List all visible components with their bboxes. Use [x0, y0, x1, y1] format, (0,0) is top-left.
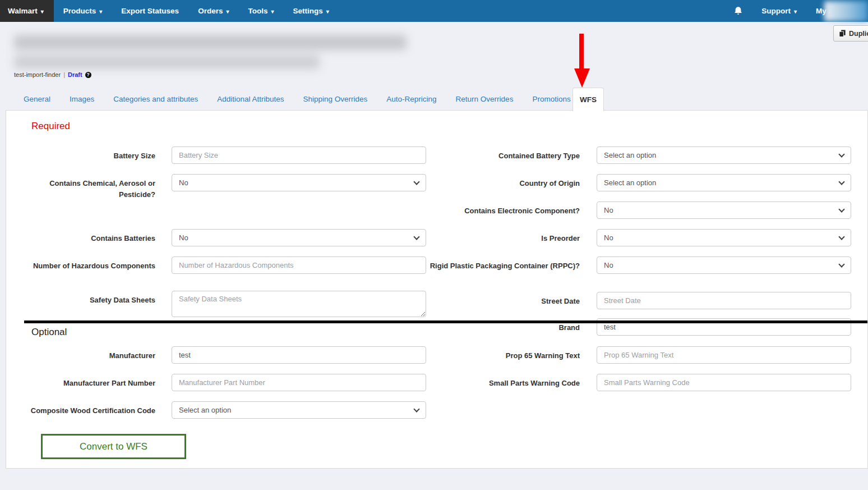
small-parts-label: Small Parts Warning Code — [337, 378, 580, 389]
chevron-down-icon — [838, 151, 844, 157]
nav-item-settings[interactable]: Settings ▾ — [283, 0, 338, 22]
small-parts-input[interactable] — [597, 374, 851, 391]
contains-batteries-label: Contains Batteries — [12, 233, 155, 244]
contains-electronic-label: Contains Electronic Component? — [337, 205, 580, 217]
prop65-input[interactable] — [597, 346, 851, 364]
top-navigation: Walmart ▾ Products ▾ Export Statuses Ord… — [0, 0, 868, 22]
chevron-down-icon — [838, 233, 844, 240]
safety-data-sheets-label: Safety Data Sheets — [12, 295, 155, 306]
wfs-tab-panel: Required Battery Size Contained Battery … — [6, 110, 868, 469]
product-tab-bar: General Images Categories and attributes… — [24, 88, 571, 111]
prop65-label: Prop 65 Warning Text — [337, 350, 580, 361]
nav-item-products[interactable]: Products ▾ — [54, 0, 112, 22]
caret-down-icon: ▾ — [271, 8, 274, 15]
caret-down-icon: ▾ — [41, 8, 44, 15]
contains-electronic-select[interactable]: No — [597, 202, 851, 219]
contained-battery-type-label: Contained Battery Type — [337, 150, 580, 162]
select-value: Select an option — [604, 178, 839, 187]
chevron-down-icon — [838, 178, 844, 185]
tab-promotions[interactable]: Promotions — [532, 95, 570, 103]
brand-label: Brand — [337, 322, 580, 333]
redacted-account-name — [824, 1, 868, 21]
nav-item-label: Orders — [198, 7, 223, 15]
chevron-down-icon — [838, 206, 844, 212]
nav-item-label: Settings — [293, 7, 322, 15]
tab-additional-attributes[interactable]: Additional Attributes — [217, 95, 284, 103]
tab-general[interactable]: General — [24, 95, 50, 103]
optional-section-heading: Optional — [31, 327, 67, 338]
nav-item-label: Export Statuses — [121, 7, 179, 15]
help-icon[interactable]: ? — [85, 72, 91, 78]
chevron-down-icon — [413, 406, 419, 412]
street-date-input[interactable] — [597, 292, 851, 309]
manufacturer-label: Manufacturer — [12, 350, 155, 361]
contained-battery-type-select[interactable]: Select an option — [597, 146, 851, 164]
contains-chemical-label: Contains Chemical, Aerosol or Pesticide? — [12, 178, 155, 200]
nav-spacer — [339, 0, 724, 22]
hazardous-components-label: Number of Hazardous Components — [12, 260, 155, 272]
meta-separator: | — [63, 71, 65, 78]
composite-wood-select[interactable]: Select an option — [172, 401, 426, 419]
tab-auto-repricing[interactable]: Auto-Repricing — [386, 95, 436, 103]
rppc-label: Rigid Plastic Packaging Container (RPPC)… — [337, 260, 580, 272]
nav-item-support[interactable]: Support ▾ — [752, 0, 806, 22]
is-preorder-select[interactable]: No — [597, 229, 851, 246]
product-sku: test-import-finder — [14, 71, 61, 78]
caret-down-icon: ▾ — [326, 8, 329, 15]
duplicate-icon — [839, 30, 846, 37]
nav-walmart-label: Walmart — [8, 7, 38, 15]
caret-down-icon: ▾ — [99, 8, 102, 15]
caret-down-icon: ▾ — [794, 8, 797, 15]
tab-return-overrides[interactable]: Return Overrides — [456, 95, 514, 103]
street-date-label: Street Date — [337, 296, 580, 307]
nav-item-tools[interactable]: Tools ▾ — [238, 0, 283, 22]
tab-shipping-overrides[interactable]: Shipping Overrides — [303, 95, 367, 103]
select-value: Select an option — [604, 151, 839, 159]
red-arrow-annotation — [572, 34, 592, 89]
notifications-button[interactable] — [724, 0, 752, 22]
rppc-select[interactable]: No — [597, 257, 851, 274]
bell-icon — [733, 6, 743, 16]
draft-status-link[interactable]: Draft — [68, 71, 82, 78]
select-value: Select an option — [179, 406, 414, 414]
duplicate-label: Duplicate — [849, 30, 868, 38]
nav-item-orders[interactable]: Orders ▾ — [188, 0, 238, 22]
mpn-label: Manufacturer Part Number — [12, 378, 155, 389]
select-value: No — [604, 206, 839, 214]
tab-wfs-active[interactable]: WFS — [572, 88, 604, 111]
country-of-origin-select[interactable]: Select an option — [597, 174, 851, 191]
chevron-down-icon — [838, 261, 844, 267]
convert-to-wfs-button[interactable]: Convert to WFS — [41, 434, 186, 459]
composite-wood-label: Composite Wood Certification Code — [12, 405, 155, 416]
nav-walmart-menu[interactable]: Walmart ▾ — [0, 0, 54, 22]
black-divider-line — [24, 320, 867, 323]
caret-down-icon: ▾ — [226, 8, 229, 15]
product-meta-line: test-import-finder | Draft ? — [14, 71, 91, 78]
duplicate-button[interactable]: Duplicate — [833, 25, 868, 42]
nav-item-label: Tools — [248, 7, 267, 15]
required-section-heading: Required — [31, 121, 70, 132]
select-value: No — [604, 233, 839, 242]
battery-size-label: Battery Size — [12, 150, 155, 162]
country-of-origin-label: Country of Origin — [337, 178, 580, 189]
tab-categories-and-attributes[interactable]: Categories and attributes — [113, 95, 198, 103]
tab-images[interactable]: Images — [70, 95, 94, 103]
select-value: No — [604, 261, 839, 269]
nav-item-label: Support — [761, 7, 791, 15]
nav-item-export-statuses[interactable]: Export Statuses — [112, 0, 188, 22]
redacted-product-title — [14, 35, 407, 69]
nav-item-label: Products — [63, 7, 96, 15]
is-preorder-label: Is Preorder — [337, 233, 580, 244]
